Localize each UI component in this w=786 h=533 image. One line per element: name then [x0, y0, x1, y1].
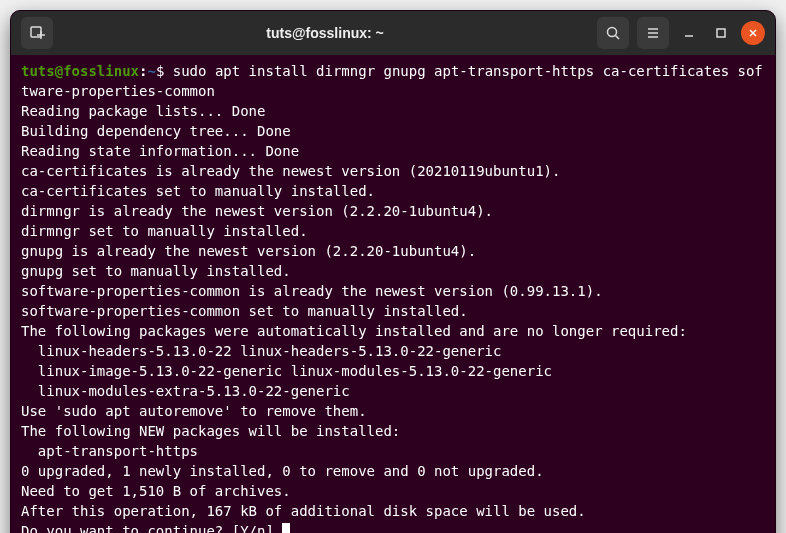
hamburger-icon [645, 25, 661, 41]
output-line: linux-headers-5.13.0-22 linux-headers-5.… [21, 341, 765, 361]
output-line: dirmngr is already the newest version (2… [21, 201, 765, 221]
output-line: ca-certificates set to manually installe… [21, 181, 765, 201]
titlebar-right [597, 17, 765, 49]
menu-button[interactable] [637, 17, 669, 49]
svg-rect-9 [717, 29, 725, 37]
svg-point-3 [608, 28, 617, 37]
output-line: dirmngr set to manually installed. [21, 221, 765, 241]
titlebar-left [21, 17, 53, 49]
output-line: linux-modules-extra-5.13.0-22-generic [21, 381, 765, 401]
output-line: Use 'sudo apt autoremove' to remove them… [21, 401, 765, 421]
output-line: Building dependency tree... Done [21, 121, 765, 141]
output-line: apt-transport-https [21, 441, 765, 461]
search-icon [605, 25, 621, 41]
titlebar: tuts@fosslinux: ~ [11, 11, 775, 55]
prompt-path: ~ [147, 63, 155, 79]
output-line: Need to get 1,510 B of archives. [21, 481, 765, 501]
cursor [282, 523, 290, 533]
output-line: ca-certificates is already the newest ve… [21, 161, 765, 181]
output-line: gnupg set to manually installed. [21, 261, 765, 281]
minimize-button[interactable] [677, 21, 701, 45]
new-tab-button[interactable] [21, 17, 53, 49]
maximize-icon [715, 27, 727, 39]
search-button[interactable] [597, 17, 629, 49]
output-line: Do you want to continue? [Y/n] [21, 523, 282, 533]
window-title: tuts@fosslinux: ~ [61, 25, 589, 41]
minimize-icon [683, 27, 695, 39]
terminal-output: Reading package lists... DoneBuilding de… [21, 101, 765, 533]
output-line: 0 upgraded, 1 newly installed, 0 to remo… [21, 461, 765, 481]
output-line: software-properties-common set to manual… [21, 301, 765, 321]
close-icon [747, 27, 759, 39]
terminal-window: tuts@fosslinux: ~ [10, 10, 776, 533]
output-line: After this operation, 167 kB of addition… [21, 501, 765, 521]
prompt-user-host: tuts@fosslinux [21, 63, 139, 79]
svg-line-4 [616, 36, 620, 40]
output-line: The following packages were automaticall… [21, 321, 765, 341]
output-line: The following NEW packages will be insta… [21, 421, 765, 441]
output-line: software-properties-common is already th… [21, 281, 765, 301]
output-line: linux-image-5.13.0-22-generic linux-modu… [21, 361, 765, 381]
prompt-symbol: $ [156, 63, 164, 79]
maximize-button[interactable] [709, 21, 733, 45]
output-line: gnupg is already the newest version (2.2… [21, 241, 765, 261]
new-tab-icon [29, 25, 45, 41]
output-line: Reading state information... Done [21, 141, 765, 161]
terminal-content[interactable]: tuts@fosslinux:~$ sudo apt install dirmn… [11, 55, 775, 533]
output-line: Reading package lists... Done [21, 101, 765, 121]
close-button[interactable] [741, 21, 765, 45]
